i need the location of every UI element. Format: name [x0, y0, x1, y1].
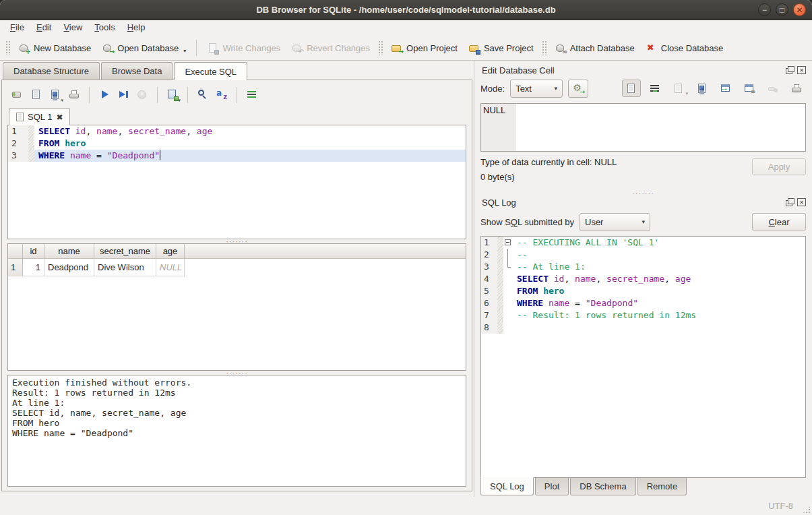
table-cell[interactable]: Deadpond [44, 259, 94, 276]
float-dock-icon[interactable] [786, 66, 794, 74]
line-number: 1 [8, 125, 28, 138]
table-cell[interactable]: Dive Wilson [94, 259, 156, 276]
float-dock-icon[interactable] [786, 198, 794, 206]
apply-button[interactable]: Apply [752, 158, 806, 175]
stop-icon [136, 89, 148, 100]
open-project-button[interactable]: Open Project [385, 40, 463, 57]
tab-browse-data[interactable]: Browse Data [101, 62, 173, 80]
new-tab-button[interactable] [9, 86, 26, 104]
column-header-id[interactable]: id [23, 244, 44, 258]
close-tab-icon[interactable]: ✖ [56, 113, 63, 122]
stop-button[interactable] [133, 86, 151, 104]
clear-button[interactable]: Clear [752, 213, 806, 231]
column-header-secret-name[interactable]: secret_name [94, 244, 156, 258]
sql-tab[interactable]: SQL 1 ✖ [9, 108, 70, 125]
menu-edit[interactable]: Edit [30, 20, 57, 36]
print-button[interactable] [787, 80, 806, 97]
encoding-indicator[interactable]: UTF-8 [768, 501, 805, 511]
cell-wrap-button[interactable] [646, 80, 664, 97]
column-header-name[interactable]: name [44, 244, 94, 258]
open-sql-button[interactable] [28, 86, 45, 104]
bottom-tab-sql-log[interactable]: SQL Log [480, 477, 534, 495]
table-cell[interactable]: 1 [23, 259, 44, 276]
write-changes-label: Write Changes [222, 43, 280, 53]
write-changes-button[interactable]: Write Changes [201, 40, 286, 57]
window-controls: −□✕ [758, 3, 812, 16]
fold-collapse-icon[interactable] [505, 239, 511, 245]
toolbar-handle[interactable] [378, 40, 383, 55]
grid-corner-cell[interactable] [8, 244, 23, 258]
menu-tools[interactable]: Tools [88, 20, 121, 36]
toolbar-separator [237, 87, 237, 103]
write-changes-icon [207, 42, 219, 54]
export-cell-button[interactable] [693, 80, 712, 97]
close-dock-icon[interactable]: ✕ [797, 198, 806, 206]
row-header[interactable]: 1 [8, 259, 23, 276]
bottom-tab-bar: SQL LogPlotDB SchemaRemote [480, 478, 806, 497]
save-project-icon [468, 42, 480, 54]
new-database-button[interactable]: New Database [13, 40, 96, 57]
minimize-button[interactable]: − [758, 3, 771, 16]
export-button[interactable]: ▾ [164, 86, 181, 104]
chevron-down-icon[interactable]: ▾ [178, 98, 181, 103]
auto-switch-mode-button[interactable] [568, 80, 588, 98]
code-line: 4SELECT id, name, secret_name, age [481, 273, 805, 285]
tab-execute-sql[interactable]: Execute SQL [174, 62, 247, 80]
execute-all-button[interactable] [96, 86, 113, 104]
execute-line-button[interactable] [115, 86, 132, 104]
mode-select[interactable]: Text ▾ [510, 80, 563, 98]
save-project-button[interactable]: Save Project [463, 40, 539, 57]
window-title: DB Browser for SQLite - /home/user/code/… [0, 5, 812, 15]
results-grid: idnamesecret_nameage11DeadpondDive Wilso… [7, 243, 466, 371]
menu-file[interactable]: File [4, 20, 30, 36]
chevron-down-icon[interactable]: ▾ [183, 48, 186, 54]
word-wrap-button[interactable] [243, 86, 261, 104]
fold-marker [503, 261, 513, 273]
link-cell-button[interactable] [740, 80, 759, 97]
text-mode-button[interactable] [622, 80, 641, 97]
new-database-icon [18, 42, 30, 54]
toolbar-handle[interactable] [542, 40, 546, 55]
bottom-tab-plot[interactable]: Plot [535, 478, 569, 495]
close-button[interactable]: ✕ [793, 3, 806, 16]
close-database-button[interactable]: Close Database [640, 40, 729, 57]
revert-changes-button[interactable]: Revert Changes [286, 40, 375, 57]
print-button[interactable] [65, 86, 83, 104]
menu-help[interactable]: Help [121, 20, 152, 36]
fold-marker[interactable] [503, 237, 513, 249]
open-database-button[interactable]: Open Database▾ [96, 40, 191, 57]
cell-mode-row: Mode: Text ▾ ▾ [480, 78, 806, 99]
column-header-age[interactable]: age [156, 244, 185, 258]
open-project-label: Open Project [406, 43, 458, 53]
title-bar[interactable]: DB Browser for SQLite - /home/user/code/… [0, 0, 812, 20]
chevron-down-icon[interactable]: ▾ [61, 98, 63, 103]
save-sql-button[interactable]: ▾ [46, 86, 64, 104]
sql-editor[interactable]: 1SELECT id, name, secret_name, age2FROM … [7, 125, 466, 239]
close-dock-icon[interactable]: ✕ [797, 66, 806, 74]
find-button[interactable] [194, 86, 212, 104]
menu-bar: FileEditViewToolsHelp [0, 20, 812, 36]
code-line: 3WHERE name = "Deadpond" [8, 150, 466, 162]
maximize-button[interactable]: □ [776, 3, 788, 16]
code-line: 8 [481, 322, 805, 334]
toolbar-handle[interactable] [5, 40, 10, 55]
table-cell[interactable]: NULL [156, 259, 185, 276]
cell-editor[interactable]: NULL [480, 103, 806, 152]
attach-database-label: Attach Database [570, 43, 635, 53]
null-cell-button[interactable] [763, 80, 782, 97]
menu-view[interactable]: View [57, 20, 88, 36]
line-text: WHERE name = "Deadpond" [34, 150, 466, 162]
null-cell-icon [767, 83, 779, 94]
find-icon [197, 89, 209, 100]
attach-database-button[interactable]: Attach Database [549, 40, 640, 57]
import-cell-button[interactable]: ▾ [669, 80, 688, 97]
tab-database-structure[interactable]: Database Structure [3, 62, 100, 80]
bottom-tab-remote[interactable]: Remote [637, 478, 687, 495]
toolbar-separator [187, 87, 188, 103]
line-text: FROM hero [34, 138, 466, 150]
bottom-tab-db-schema[interactable]: DB Schema [570, 478, 635, 495]
submitted-by-select[interactable]: User ▾ [580, 213, 650, 231]
open-external-button[interactable] [716, 80, 735, 97]
autocomplete-button[interactable] [213, 86, 230, 104]
edit-cell-title: Edit Database Cell [482, 65, 555, 75]
